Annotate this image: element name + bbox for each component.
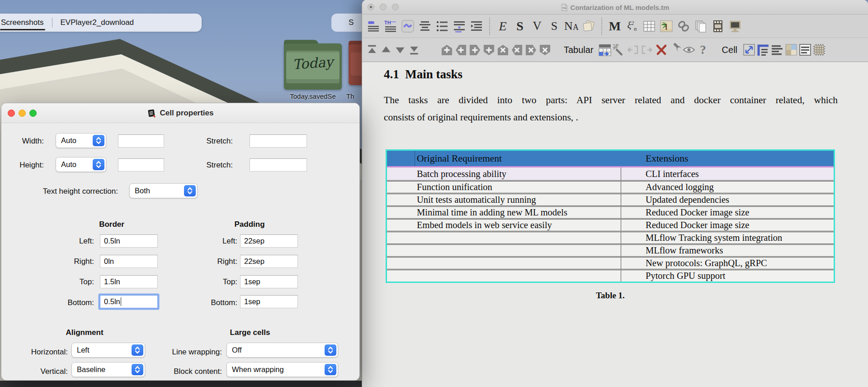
table-cell[interactable]: New protocols: GraphQL, gRPC <box>621 258 834 269</box>
table-tools-icon[interactable] <box>668 40 682 59</box>
center-align-icon[interactable] <box>416 16 434 37</box>
table-cell[interactable]: Minimal time in adding new ML models <box>387 207 621 218</box>
delete-right-icon[interactable] <box>524 40 538 59</box>
border-bottom-input[interactable]: 0.5ln <box>100 295 158 308</box>
table-expand-icon[interactable] <box>640 40 654 59</box>
height-stretch-input[interactable] <box>250 158 307 172</box>
postit-icon[interactable] <box>580 16 597 37</box>
delete-above-icon[interactable] <box>496 40 510 59</box>
cell-block-icon[interactable] <box>798 40 812 59</box>
cell-lines-icon[interactable] <box>770 40 784 59</box>
verbatim-icon[interactable]: V <box>528 16 546 37</box>
down-icon[interactable] <box>393 40 407 59</box>
tab-screenshots[interactable]: Screenshots <box>0 18 52 27</box>
table-header-stub-cell[interactable] <box>387 151 415 166</box>
block-content-dropdown[interactable]: When wrapping <box>226 362 338 377</box>
insert-left-icon[interactable] <box>454 40 468 59</box>
tab-evplayer2-download[interactable]: EVPlayer2_download <box>52 18 142 27</box>
jump-last-icon[interactable] <box>407 40 421 59</box>
cell-background-icon[interactable] <box>784 40 798 59</box>
table-view-icon[interactable] <box>682 40 696 59</box>
table-header-cell[interactable]: Extensions <box>621 151 834 166</box>
cell-size-icon[interactable] <box>742 40 756 59</box>
section-title-icon[interactable]: TH <box>382 16 399 37</box>
section-heading[interactable]: 4.1 Main tasks <box>384 67 462 81</box>
border-top-input[interactable]: 1.5ln <box>100 275 158 288</box>
delete-left-icon[interactable] <box>510 40 524 59</box>
document-table[interactable]: Original Requirement Extensions Batch pr… <box>386 149 835 283</box>
padding-section-title: Padding <box>209 220 290 229</box>
folder-today[interactable]: Today <box>284 40 342 90</box>
document-area[interactable]: 4.1 Main tasks The tasks are divided int… <box>362 62 868 387</box>
table-cell[interactable]: Pytorch GPU support <box>621 270 834 282</box>
border-left-input[interactable]: 0.5ln <box>100 234 158 248</box>
partial-tab[interactable]: S <box>331 14 363 32</box>
folder-today-filename[interactable]: Today.savedSe <box>276 92 350 100</box>
table-cell[interactable]: Advanced logging <box>621 182 834 193</box>
width-dropdown[interactable]: Auto <box>56 133 106 148</box>
cell-border-icon[interactable] <box>756 40 770 59</box>
formula-icon[interactable]: ξ2n <box>623 16 641 37</box>
border-right-input[interactable]: 0ln <box>100 255 158 268</box>
table-cell[interactable]: Reduced Docker image size <box>621 207 834 218</box>
math-icon[interactable]: M <box>606 16 623 37</box>
table-cell[interactable]: Batch processing ability <box>387 167 621 180</box>
insert-animation-icon[interactable] <box>709 16 726 37</box>
table-cell[interactable] <box>387 232 621 244</box>
table-header-cell[interactable]: Original Requirement <box>415 151 621 166</box>
width-input[interactable] <box>118 134 164 148</box>
table-cell[interactable] <box>387 258 621 269</box>
height-dropdown[interactable]: Auto <box>56 157 106 172</box>
jump-first-icon[interactable] <box>365 40 379 59</box>
table-cell[interactable]: MLflow frameworks <box>621 245 834 256</box>
table-delete-icon[interactable] <box>654 40 668 59</box>
insert-image-icon[interactable] <box>658 16 675 37</box>
table-wand-icon[interactable] <box>612 40 626 59</box>
insert-table-icon[interactable] <box>641 16 658 37</box>
table-cell[interactable] <box>387 270 621 282</box>
vertical-dropdown[interactable]: Baseline <box>71 362 145 377</box>
table-cell[interactable]: Function unification <box>387 182 621 193</box>
paragraph-style-icon[interactable] <box>365 16 382 37</box>
width-stretch-input[interactable] <box>250 134 307 148</box>
padding-right-input[interactable]: 22sep <box>240 255 298 268</box>
indent-icon[interactable] <box>468 16 485 37</box>
table-help-icon[interactable]: ? <box>696 40 710 59</box>
line-wrapping-label: Line wrapping: <box>159 348 222 357</box>
itemize-icon[interactable] <box>434 16 451 37</box>
table-cell[interactable]: Unit tests automatically running <box>387 194 621 205</box>
padding-top-input[interactable]: 1sep <box>240 275 298 288</box>
table-properties-icon[interactable] <box>598 40 612 59</box>
enumerate-icon[interactable] <box>451 16 468 37</box>
strong-icon[interactable]: S <box>511 16 528 37</box>
insert-citation-icon[interactable] <box>692 16 709 37</box>
height-input[interactable] <box>118 158 164 172</box>
presentation-icon[interactable] <box>726 16 744 37</box>
padding-left-input[interactable]: 22sep <box>240 234 298 248</box>
table-caption[interactable]: Table 1. <box>386 291 835 301</box>
padding-bottom-input[interactable]: 1sep <box>240 295 298 308</box>
sans-serif-icon[interactable]: S <box>546 16 563 37</box>
insert-link-icon[interactable] <box>675 16 692 37</box>
insert-below-icon[interactable] <box>482 40 496 59</box>
table-cell[interactable]: Embed models in web service easily <box>387 220 621 231</box>
table-cell[interactable]: Updated dependencies <box>621 194 834 205</box>
delete-below-icon[interactable] <box>538 40 552 59</box>
toolbar-separator <box>489 18 490 35</box>
insert-above-icon[interactable] <box>440 40 454 59</box>
cell-pattern-icon[interactable] <box>812 40 826 59</box>
name-icon[interactable]: NA <box>563 16 580 37</box>
insert-right-icon[interactable] <box>468 40 482 59</box>
table-cell[interactable]: CLI interfaces <box>621 167 834 180</box>
paragraph[interactable]: The tasks are divided into two parts: AP… <box>384 92 838 126</box>
table-cell[interactable]: MLflow Tracking system integration <box>621 232 834 244</box>
up-icon[interactable] <box>379 40 393 59</box>
table-cell[interactable]: Reduced Docker image size <box>621 220 834 231</box>
emphasis-icon[interactable]: E <box>494 16 511 37</box>
text-height-correction-dropdown[interactable]: Both <box>129 183 198 198</box>
table-shrink-icon[interactable] <box>626 40 640 59</box>
letter-env-icon[interactable] <box>399 16 416 37</box>
table-cell[interactable] <box>387 245 621 256</box>
horizontal-dropdown[interactable]: Left <box>71 343 145 358</box>
line-wrapping-dropdown[interactable]: Off <box>226 343 338 358</box>
